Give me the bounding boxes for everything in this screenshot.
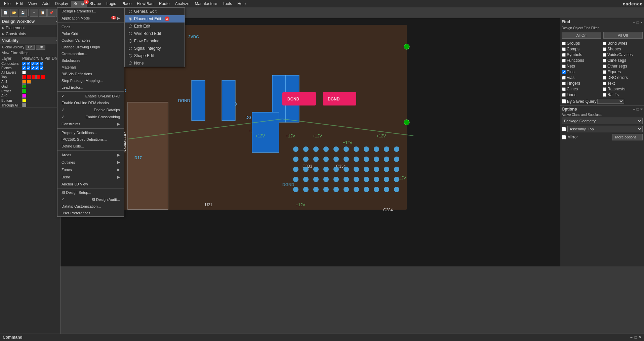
saved-query-select[interactable]: [597, 99, 624, 104]
find-functions-check[interactable]: [562, 59, 566, 62]
appmode-signal-integrity[interactable]: Signal Integrity: [125, 45, 185, 52]
menu-enable-crossprobe[interactable]: Enable Crossprobing: [57, 113, 124, 120]
appmode-shape-edit[interactable]: Shape Edit: [125, 52, 185, 59]
menu-design-params[interactable]: Design Parameters...: [57, 8, 124, 14]
find-fingers-check[interactable]: [562, 82, 566, 85]
menu-help[interactable]: Help: [235, 1, 248, 7]
menu-bend[interactable]: Bend ▶: [57, 173, 124, 181]
find-maximize[interactable]: □: [637, 20, 639, 25]
conductors-via[interactable]: [31, 62, 35, 66]
conductors-pin[interactable]: [35, 62, 39, 66]
tb-paste[interactable]: 📌: [47, 9, 55, 17]
class-dropdown[interactable]: Package Geometry: [562, 118, 643, 124]
menu-logic[interactable]: Logic: [104, 1, 119, 7]
appmode-flow-planning[interactable]: Flow Planning: [125, 37, 185, 45]
menu-enable-drc[interactable]: Enable On-Line DRC: [57, 92, 124, 99]
menu-user-prefs[interactable]: User Preferences...: [57, 210, 124, 216]
planes-plan[interactable]: [22, 66, 26, 70]
find-vias-check[interactable]: [562, 76, 566, 80]
conductors-drc[interactable]: [40, 62, 43, 66]
tb-open[interactable]: 📂: [10, 9, 18, 17]
menu-app-mode[interactable]: Application Mode 2 ▶: [57, 14, 124, 22]
conductors-etch[interactable]: [27, 62, 30, 66]
menu-shape[interactable]: Shape: [87, 1, 104, 7]
menu-analyze[interactable]: Analyze: [172, 1, 192, 7]
menu-outlines[interactable]: Outlines ▶: [57, 159, 124, 166]
find-rat-ts-check[interactable]: [603, 93, 606, 97]
appmode-wire-bond-edit[interactable]: Wire Bond Edit: [125, 30, 185, 37]
find-voids-check[interactable]: [603, 53, 606, 57]
menu-view[interactable]: View: [26, 1, 40, 7]
menu-setup[interactable]: Setup 2: [71, 1, 87, 7]
find-shapes-check[interactable]: [603, 47, 606, 51]
menu-prop-defs[interactable]: Property Definitions...: [57, 129, 124, 136]
subclass-dropdown[interactable]: Assembly_Top: [567, 126, 643, 132]
menu-flowplan[interactable]: FlowPlan: [134, 1, 156, 7]
global-vis-off[interactable]: Off: [36, 45, 45, 50]
cmd-minimize[interactable]: −: [630, 335, 633, 340]
find-all-on[interactable]: All On: [562, 32, 601, 39]
menu-lead-editor[interactable]: Lead Editor...: [57, 84, 124, 91]
find-figures-check[interactable]: [603, 70, 606, 74]
find-clines-check[interactable]: [562, 87, 566, 91]
global-vis-on[interactable]: On: [26, 45, 35, 50]
find-other-segs-check[interactable]: [603, 65, 606, 68]
find-close[interactable]: ×: [640, 20, 643, 25]
appmode-general-edit[interactable]: General Edit: [125, 8, 185, 15]
mirror-check[interactable]: [562, 135, 566, 139]
appmode-none[interactable]: None: [125, 59, 185, 67]
menu-enable-dfm[interactable]: Enable On-Line DFM checks: [57, 99, 124, 106]
find-bond-wires-check[interactable]: [603, 42, 606, 45]
find-pins-check[interactable]: [562, 70, 566, 74]
menu-route[interactable]: Route: [156, 1, 172, 7]
menu-constraints[interactable]: Constraints ▶: [57, 120, 124, 128]
find-all-off[interactable]: All Off: [603, 32, 643, 39]
menu-polar-grid[interactable]: Polar Grid: [57, 30, 124, 37]
menu-bb-via[interactable]: B/B Via Definitions: [57, 71, 124, 77]
planes-via[interactable]: [31, 66, 35, 70]
menu-change-origin[interactable]: Change Drawing Origin: [57, 44, 124, 50]
planes-etch[interactable]: [27, 66, 30, 70]
appmode-etch-edit[interactable]: Etch Edit: [125, 23, 185, 30]
menu-si-setup[interactable]: SI Design Setup...: [57, 189, 124, 196]
menu-enable-datatips[interactable]: Enable Datatips: [57, 106, 124, 113]
all-layers-check[interactable]: [22, 71, 26, 74]
find-comps-check[interactable]: [562, 47, 566, 51]
find-symbols-check[interactable]: [562, 53, 566, 57]
find-ratsnests-check[interactable]: [603, 87, 606, 91]
planes-pin[interactable]: [35, 66, 39, 70]
appmode-placement-edit[interactable]: Placement Edit 3: [125, 15, 185, 23]
menu-datatip-custom[interactable]: Datatip Customization...: [57, 203, 124, 210]
find-minimize[interactable]: −: [633, 20, 635, 25]
find-groups-check[interactable]: [562, 42, 566, 45]
menu-subclasses[interactable]: Subclasses...: [57, 57, 124, 64]
menu-materials[interactable]: Materials...: [57, 64, 124, 71]
tb-new[interactable]: 📄: [1, 9, 9, 17]
planes-drc[interactable]: [40, 66, 43, 70]
menu-ipc2581[interactable]: IPC2581 Spec Definitions...: [57, 136, 124, 143]
conductors-plan[interactable]: [22, 62, 26, 66]
menu-areas[interactable]: Areas ▶: [57, 151, 124, 159]
subclass-check[interactable]: [562, 127, 566, 131]
find-text-check[interactable]: [603, 82, 606, 85]
more-options-btn[interactable]: More options...: [612, 134, 643, 140]
options-close[interactable]: ×: [640, 107, 643, 112]
tb-save[interactable]: 💾: [19, 9, 27, 17]
find-cline-segs-check[interactable]: [603, 59, 606, 62]
menu-anchor-3d[interactable]: Anchor 3D View: [57, 181, 124, 187]
menu-display[interactable]: Display: [52, 1, 71, 7]
menu-place[interactable]: Place: [119, 1, 134, 7]
menu-file[interactable]: File: [1, 1, 13, 7]
menu-tools[interactable]: Tools: [220, 1, 235, 7]
cmd-restore[interactable]: □: [635, 335, 637, 340]
menu-define-lists[interactable]: Define Lists...: [57, 143, 124, 150]
workflow-constraints[interactable]: ▶ Constraints: [0, 31, 60, 37]
menu-add[interactable]: Add: [40, 1, 52, 7]
menu-si-audit[interactable]: SI Design Audit...: [57, 196, 124, 203]
options-maximize[interactable]: □: [637, 107, 639, 112]
menu-edit[interactable]: Edit: [13, 1, 26, 7]
menu-zones[interactable]: Zones ▶: [57, 166, 124, 173]
find-drc-check[interactable]: [603, 76, 606, 80]
tb-cut[interactable]: ✂: [30, 9, 38, 17]
options-minimize[interactable]: −: [633, 107, 635, 112]
